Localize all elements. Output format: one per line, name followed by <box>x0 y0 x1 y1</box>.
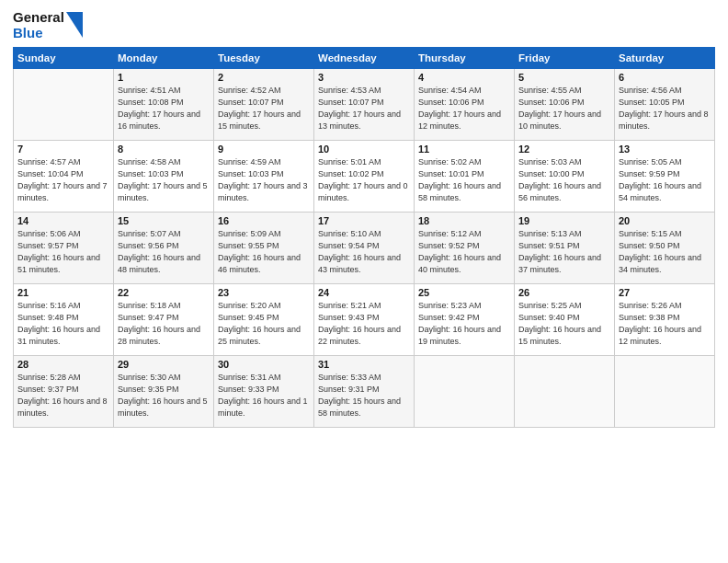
day-number: 5 <box>518 72 610 83</box>
day-number: 10 <box>318 144 410 155</box>
day-info: Sunrise: 5:21 AM Sunset: 9:43 PM Dayligh… <box>318 300 410 348</box>
day-cell: 3Sunrise: 4:53 AM Sunset: 10:07 PM Dayli… <box>314 68 415 140</box>
day-number: 6 <box>619 72 711 83</box>
day-number: 11 <box>418 144 510 155</box>
day-cell: 30Sunrise: 5:31 AM Sunset: 9:33 PM Dayli… <box>214 355 314 427</box>
day-info: Sunrise: 5:23 AM Sunset: 9:42 PM Dayligh… <box>418 300 510 348</box>
day-info: Sunrise: 4:59 AM Sunset: 10:03 PM Daylig… <box>218 156 310 204</box>
week-row-2: 7Sunrise: 4:57 AM Sunset: 10:04 PM Dayli… <box>14 140 715 212</box>
day-cell: 10Sunrise: 5:01 AM Sunset: 10:02 PM Dayl… <box>314 140 415 212</box>
day-info: Sunrise: 4:52 AM Sunset: 10:07 PM Daylig… <box>218 85 310 132</box>
day-info: Sunrise: 5:13 AM Sunset: 9:51 PM Dayligh… <box>518 228 610 276</box>
day-cell: 24Sunrise: 5:21 AM Sunset: 9:43 PM Dayli… <box>314 283 415 355</box>
day-cell: 19Sunrise: 5:13 AM Sunset: 9:51 PM Dayli… <box>515 212 615 283</box>
day-info: Sunrise: 4:55 AM Sunset: 10:06 PM Daylig… <box>518 85 610 132</box>
logo: General Blue <box>13 9 83 41</box>
day-cell <box>14 68 114 140</box>
day-cell <box>615 355 715 427</box>
day-number: 28 <box>17 359 109 370</box>
day-number: 22 <box>118 287 210 298</box>
day-info: Sunrise: 4:53 AM Sunset: 10:07 PM Daylig… <box>318 85 410 132</box>
day-number: 24 <box>318 287 410 298</box>
day-cell: 7Sunrise: 4:57 AM Sunset: 10:04 PM Dayli… <box>14 140 114 212</box>
day-number: 3 <box>318 72 410 83</box>
day-cell: 21Sunrise: 5:16 AM Sunset: 9:48 PM Dayli… <box>14 283 114 355</box>
day-info: Sunrise: 5:12 AM Sunset: 9:52 PM Dayligh… <box>418 228 510 276</box>
day-number: 31 <box>318 359 410 370</box>
header: General Blue <box>13 9 715 41</box>
day-info: Sunrise: 5:30 AM Sunset: 9:35 PM Dayligh… <box>118 372 210 419</box>
column-header-monday: Monday <box>114 47 214 68</box>
day-number: 21 <box>17 287 109 298</box>
column-header-thursday: Thursday <box>415 47 515 68</box>
day-info: Sunrise: 5:03 AM Sunset: 10:00 PM Daylig… <box>518 156 610 204</box>
day-info: Sunrise: 5:28 AM Sunset: 9:37 PM Dayligh… <box>17 372 109 419</box>
day-cell <box>515 355 615 427</box>
logo-triangle-icon <box>66 12 83 38</box>
day-info: Sunrise: 4:51 AM Sunset: 10:08 PM Daylig… <box>118 85 210 132</box>
day-number: 14 <box>17 215 109 226</box>
day-info: Sunrise: 4:56 AM Sunset: 10:05 PM Daylig… <box>619 85 711 132</box>
day-info: Sunrise: 5:05 AM Sunset: 9:59 PM Dayligh… <box>619 156 711 204</box>
day-cell: 17Sunrise: 5:10 AM Sunset: 9:54 PM Dayli… <box>314 212 415 283</box>
column-header-saturday: Saturday <box>615 47 715 68</box>
day-number: 2 <box>218 72 310 83</box>
day-info: Sunrise: 5:25 AM Sunset: 9:40 PM Dayligh… <box>518 300 610 348</box>
day-info: Sunrise: 5:07 AM Sunset: 9:56 PM Dayligh… <box>118 228 210 276</box>
day-info: Sunrise: 5:09 AM Sunset: 9:55 PM Dayligh… <box>218 228 310 276</box>
day-number: 18 <box>418 215 510 226</box>
day-cell: 25Sunrise: 5:23 AM Sunset: 9:42 PM Dayli… <box>415 283 515 355</box>
logo-blue: Blue <box>13 25 64 40</box>
day-number: 15 <box>118 215 210 226</box>
day-cell: 18Sunrise: 5:12 AM Sunset: 9:52 PM Dayli… <box>415 212 515 283</box>
day-number: 12 <box>518 144 610 155</box>
day-cell: 23Sunrise: 5:20 AM Sunset: 9:45 PM Dayli… <box>214 283 314 355</box>
day-cell: 16Sunrise: 5:09 AM Sunset: 9:55 PM Dayli… <box>214 212 314 283</box>
column-header-wednesday: Wednesday <box>314 47 415 68</box>
day-number: 13 <box>619 144 711 155</box>
day-info: Sunrise: 5:26 AM Sunset: 9:38 PM Dayligh… <box>619 300 711 348</box>
header-row: SundayMondayTuesdayWednesdayThursdayFrid… <box>14 47 715 68</box>
day-cell: 13Sunrise: 5:05 AM Sunset: 9:59 PM Dayli… <box>615 140 715 212</box>
day-number: 23 <box>218 287 310 298</box>
day-cell: 15Sunrise: 5:07 AM Sunset: 9:56 PM Dayli… <box>114 212 214 283</box>
week-row-4: 21Sunrise: 5:16 AM Sunset: 9:48 PM Dayli… <box>14 283 715 355</box>
calendar-page: General Blue SundayMondayTuesdayWednesda… <box>0 0 728 563</box>
day-number: 19 <box>518 215 610 226</box>
day-number: 8 <box>118 144 210 155</box>
day-number: 25 <box>418 287 510 298</box>
day-info: Sunrise: 5:10 AM Sunset: 9:54 PM Dayligh… <box>318 228 410 276</box>
calendar-table: SundayMondayTuesdayWednesdayThursdayFrid… <box>13 47 715 428</box>
day-info: Sunrise: 5:31 AM Sunset: 9:33 PM Dayligh… <box>218 372 310 419</box>
day-number: 27 <box>619 287 711 298</box>
day-info: Sunrise: 5:15 AM Sunset: 9:50 PM Dayligh… <box>619 228 711 276</box>
week-row-5: 28Sunrise: 5:28 AM Sunset: 9:37 PM Dayli… <box>14 355 715 427</box>
day-number: 20 <box>619 215 711 226</box>
day-cell: 11Sunrise: 5:02 AM Sunset: 10:01 PM Dayl… <box>415 140 515 212</box>
column-header-sunday: Sunday <box>14 47 114 68</box>
day-cell: 26Sunrise: 5:25 AM Sunset: 9:40 PM Dayli… <box>515 283 615 355</box>
day-cell: 4Sunrise: 4:54 AM Sunset: 10:06 PM Dayli… <box>415 68 515 140</box>
column-header-friday: Friday <box>515 47 615 68</box>
day-info: Sunrise: 4:58 AM Sunset: 10:03 PM Daylig… <box>118 156 210 204</box>
day-info: Sunrise: 5:01 AM Sunset: 10:02 PM Daylig… <box>318 156 410 204</box>
svg-marker-0 <box>66 12 83 38</box>
day-info: Sunrise: 4:57 AM Sunset: 10:04 PM Daylig… <box>17 156 109 204</box>
day-cell: 6Sunrise: 4:56 AM Sunset: 10:05 PM Dayli… <box>615 68 715 140</box>
day-info: Sunrise: 5:18 AM Sunset: 9:47 PM Dayligh… <box>118 300 210 348</box>
day-number: 26 <box>518 287 610 298</box>
day-number: 16 <box>218 215 310 226</box>
day-cell: 22Sunrise: 5:18 AM Sunset: 9:47 PM Dayli… <box>114 283 214 355</box>
day-number: 7 <box>17 144 109 155</box>
day-cell: 12Sunrise: 5:03 AM Sunset: 10:00 PM Dayl… <box>515 140 615 212</box>
day-cell: 28Sunrise: 5:28 AM Sunset: 9:37 PM Dayli… <box>14 355 114 427</box>
day-number: 4 <box>418 72 510 83</box>
week-row-1: 1Sunrise: 4:51 AM Sunset: 10:08 PM Dayli… <box>14 68 715 140</box>
day-info: Sunrise: 4:54 AM Sunset: 10:06 PM Daylig… <box>418 85 510 132</box>
day-number: 29 <box>118 359 210 370</box>
day-number: 9 <box>218 144 310 155</box>
day-number: 30 <box>218 359 310 370</box>
logo-general: General <box>13 9 64 25</box>
day-cell: 20Sunrise: 5:15 AM Sunset: 9:50 PM Dayli… <box>615 212 715 283</box>
day-cell <box>415 355 515 427</box>
